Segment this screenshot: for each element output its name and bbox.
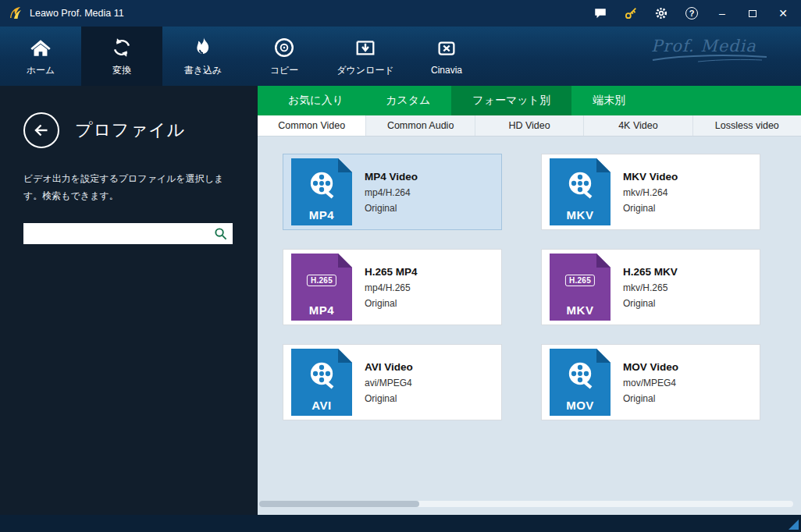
- format-badge: MKV: [550, 303, 611, 317]
- nav-label: ダウンロード: [336, 64, 393, 77]
- nav-tab-home[interactable]: ホーム: [0, 27, 81, 86]
- format-badge: AVI: [291, 399, 352, 412]
- content-area: お気に入り カスタム フォーマット別 端末別 Common Video Comm…: [258, 86, 801, 515]
- page-title: プロファイル: [75, 119, 185, 142]
- card-quality: Original: [365, 298, 418, 309]
- profile-card-mov[interactable]: MOV MOV Video mov/MPEG4 Original: [541, 344, 760, 420]
- file-icon-mkv: MKV: [550, 158, 611, 225]
- nav-tab-copy[interactable]: コピー: [244, 27, 325, 86]
- download-icon: [354, 36, 377, 59]
- back-button[interactable]: [23, 112, 59, 148]
- sidebar-header: プロファイル: [23, 112, 234, 148]
- format-badge: MOV: [550, 399, 611, 412]
- nav-label: ホーム: [27, 64, 55, 77]
- statusbar: [0, 515, 801, 532]
- format-badge: MP4: [291, 208, 352, 222]
- scrollbar-thumb[interactable]: [259, 501, 419, 507]
- subtab-common-audio[interactable]: Common Audio: [366, 115, 475, 136]
- tab-by-device[interactable]: 端末別: [571, 86, 646, 115]
- cinavia-icon: [435, 37, 458, 60]
- minimize-button[interactable]: –: [715, 7, 729, 20]
- search-icon[interactable]: [214, 227, 227, 240]
- file-icon-avi: AVI: [291, 349, 352, 416]
- search-input[interactable]: [23, 223, 233, 244]
- flame-icon: [191, 36, 215, 59]
- profile-sidebar: プロファイル ビデオ出力を設定するプロファイルを選択します。検索もできます。: [0, 86, 258, 515]
- nav-tab-convert[interactable]: 変換: [81, 27, 162, 86]
- film-reel-icon: [564, 357, 596, 390]
- close-button[interactable]: ✕: [776, 7, 790, 20]
- brand-text: Prof. Media: [651, 37, 756, 55]
- card-quality: Original: [623, 203, 678, 214]
- format-badge: MP4: [291, 303, 352, 317]
- h265-badge: H.265: [307, 275, 336, 286]
- film-reel-icon: [564, 167, 596, 200]
- file-icon-mov: MOV: [550, 349, 611, 416]
- titlebar-controls: ? – ✕: [593, 6, 801, 20]
- nav-label: Cinavia: [431, 65, 462, 76]
- nav-label: 変換: [112, 64, 131, 77]
- file-icon-h265-mp4: H.265 MP4: [291, 254, 352, 321]
- left-arrow-icon: [32, 121, 51, 140]
- tab-custom[interactable]: カスタム: [365, 86, 451, 115]
- titlebar: Leawo Prof. Media 11 ? – ✕: [0, 0, 801, 27]
- card-codec: avi/MPEG4: [365, 378, 413, 388]
- register-key-icon[interactable]: [624, 6, 638, 20]
- search-box: [23, 223, 233, 244]
- card-title: H.265 MKV: [623, 266, 678, 278]
- card-codec: mp4/H.264: [365, 187, 418, 198]
- card-info: H.265 MP4 mp4/H.265 Original: [365, 266, 418, 309]
- card-title: MOV Video: [623, 361, 678, 373]
- card-info: MKV Video mkv/H.264 Original: [623, 171, 678, 214]
- nav-tab-cinavia[interactable]: Cinavia: [406, 27, 487, 86]
- app-logo-icon: [8, 5, 23, 21]
- format-subtabs: Common Video Common Audio HD Video 4K Vi…: [258, 115, 801, 137]
- card-quality: Original: [365, 203, 418, 214]
- help-icon[interactable]: ?: [685, 6, 699, 20]
- nav-label: コピー: [270, 64, 299, 77]
- maximize-button[interactable]: [746, 7, 760, 20]
- card-info: H.265 MKV mkv/H.265 Original: [623, 266, 678, 309]
- horizontal-scrollbar[interactable]: [259, 501, 793, 507]
- profile-card-grid: MP4 MP4 Video mp4/H.264 Original MKV: [258, 137, 801, 420]
- card-info: MOV Video mov/MPEG4 Original: [623, 361, 678, 404]
- disc-icon: [272, 36, 296, 59]
- main-navbar: ホーム 変換 書き込み コピー ダウンロード: [0, 27, 801, 86]
- card-info: MP4 Video mp4/H.264 Original: [365, 171, 418, 214]
- home-icon: [29, 36, 52, 59]
- feedback-chat-icon[interactable]: [593, 6, 607, 20]
- subtab-lossless-video[interactable]: Lossless video: [693, 115, 801, 136]
- profile-card-mp4[interactable]: MP4 MP4 Video mp4/H.264 Original: [283, 154, 502, 230]
- main-area: プロファイル ビデオ出力を設定するプロファイルを選択します。検索もできます。 お…: [0, 86, 801, 515]
- card-info: AVI Video avi/MPEG4 Original: [365, 361, 413, 404]
- film-reel-icon: [305, 167, 338, 200]
- nav-tab-burn[interactable]: 書き込み: [162, 27, 244, 86]
- nav-tab-download[interactable]: ダウンロード: [325, 27, 406, 86]
- h265-badge: H.265: [565, 275, 595, 286]
- resize-grip-icon[interactable]: [789, 520, 799, 530]
- profile-card-h265-mkv[interactable]: H.265 MKV H.265 MKV mkv/H.265 Original: [541, 249, 760, 325]
- subtab-4k-video[interactable]: 4K Video: [584, 115, 692, 136]
- convert-icon: [110, 36, 134, 59]
- brand-logo: Prof. Media: [651, 37, 768, 62]
- category-tabs: お気に入り カスタム フォーマット別 端末別: [258, 86, 801, 115]
- card-quality: Original: [365, 393, 413, 404]
- subtab-common-video[interactable]: Common Video: [258, 115, 366, 136]
- card-quality: Original: [623, 393, 678, 404]
- card-codec: mkv/H.264: [623, 187, 678, 198]
- settings-gear-icon[interactable]: [654, 6, 668, 20]
- subtab-hd-video[interactable]: HD Video: [475, 115, 584, 136]
- nav-label: 書き込み: [184, 64, 222, 77]
- file-icon-h265-mkv: H.265 MKV: [550, 254, 611, 321]
- film-reel-icon: [305, 357, 338, 390]
- card-quality: Original: [623, 298, 678, 309]
- tab-by-format[interactable]: フォーマット別: [451, 86, 571, 115]
- card-title: MKV Video: [623, 171, 678, 183]
- card-title: MP4 Video: [365, 171, 418, 183]
- profile-card-mkv[interactable]: MKV MKV Video mkv/H.264 Original: [541, 154, 760, 230]
- file-icon-mp4: MP4: [291, 158, 352, 225]
- profile-card-avi[interactable]: AVI AVI Video avi/MPEG4 Original: [283, 344, 502, 420]
- tab-favorites[interactable]: お気に入り: [267, 86, 365, 115]
- card-codec: mkv/H.265: [623, 282, 678, 293]
- profile-card-h265-mp4[interactable]: H.265 MP4 H.265 MP4 mp4/H.265 Original: [283, 249, 502, 325]
